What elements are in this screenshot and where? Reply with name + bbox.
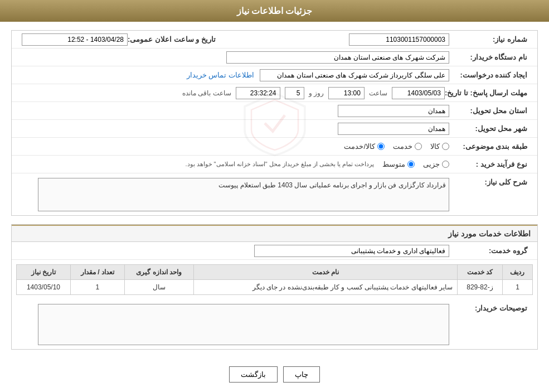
mohlat-date-input[interactable] <box>392 87 445 99</box>
tosif-value <box>16 304 449 347</box>
cell-nam: سایر فعالیتهای خدمات پشتیبانی کسب و کار … <box>193 280 457 295</box>
sharh-value: قرارداد کارگزاری فن بازار و اجرای برنامه… <box>16 178 449 213</box>
khadamat-section: اطلاعات خدمات مورد نیاز گروه خدمت: ردیف … <box>11 224 538 350</box>
remaining-label: ساعت باقی مانده <box>182 89 231 97</box>
radio-jozei-item: جزیی <box>423 160 449 168</box>
farayand-label: نوع فرآیند خرید : <box>449 160 533 168</box>
sharh-row: شرح کلی نیاز: قرارداد کارگزاری فن بازار … <box>12 173 537 215</box>
col-radif: ردیف <box>502 265 532 280</box>
dastgah-input[interactable] <box>226 51 449 64</box>
eijad-row: ایجاد کننده درخواست: اطلاعات تماس خریدار <box>12 66 537 84</box>
tarikh-input[interactable] <box>22 33 128 46</box>
tabaghe-row: طبقه بندی موضوعی: کالا خدمت <box>12 138 537 156</box>
radio-kala[interactable] <box>442 143 449 150</box>
tabaghe-value: کالا خدمت کالا/خدمت <box>16 142 449 151</box>
khadamat-header: اطلاعات خدمات مورد نیاز <box>12 225 537 242</box>
tosif-label: توصیحات خریدار: <box>449 304 533 312</box>
cell-kod: ز-82-829 <box>457 280 502 295</box>
cell-tedad: 1 <box>70 280 124 295</box>
farayand-row: نوع فرآیند خرید : جزیی متوسط پرداخت تمام… <box>12 156 537 173</box>
action-buttons-container: چاپ بازگشت <box>11 358 538 391</box>
eijad-input[interactable] <box>260 69 449 81</box>
cell-vahed: سال <box>124 280 193 295</box>
radio-kala-label: کالا <box>430 142 440 151</box>
mohlat-countdown-input[interactable] <box>236 87 280 99</box>
goroh-value <box>16 245 449 257</box>
saat-label: ساعت <box>369 89 387 97</box>
farayand-value: جزیی متوسط پرداخت تمام یا بخشی از مبلغ خ… <box>16 160 449 168</box>
ostan-row: استان محل تحویل: <box>12 102 537 120</box>
page-title: جزئیات اطلاعات نیاز <box>11 6 538 16</box>
eijad-label: ایجاد کننده درخواست: <box>449 71 533 79</box>
shahr-row: شهر محل تحویل: <box>12 120 537 138</box>
shomare-niaz-label: شماره نیاز: <box>449 35 533 43</box>
radio-khedmat-item: خدمت <box>393 142 422 151</box>
goroh-input[interactable] <box>254 245 449 257</box>
radio-motavaset-item: متوسط <box>382 160 415 168</box>
col-tedad: تعداد / مقدار <box>70 265 124 280</box>
cell-tarikh: 1403/05/10 <box>17 280 71 295</box>
shahr-input[interactable] <box>338 123 449 135</box>
roz-label: روز و <box>309 89 324 97</box>
farayand-note: پرداخت تمام یا بخشی از مبلغ خریداز محل "… <box>185 161 374 168</box>
radio-jozei[interactable] <box>442 161 449 168</box>
tabaghe-label: طبقه بندی موضوعی: <box>449 142 533 151</box>
print-button[interactable]: چاپ <box>283 366 320 383</box>
mohlat-saat-input[interactable] <box>328 87 365 99</box>
services-table-container: ردیف کد خدمت نام خدمت واحد اندازه گیری ت… <box>12 260 537 299</box>
dastgah-value <box>16 51 449 64</box>
sharh-textarea[interactable]: قرارداد کارگزاری فن بازار و اجرای برنامه… <box>38 178 449 211</box>
col-vahed: واحد اندازه گیری <box>124 265 193 280</box>
niaz-row: شماره نیاز: تاریخ و ساعت اعلان عمومی: <box>12 31 537 49</box>
dastgah-row: نام دستگاه خریدار: <box>12 49 537 66</box>
tamas-khardar-link[interactable]: اطلاعات تماس خریدار <box>187 71 254 79</box>
mohlat-value: ساعت روز و ساعت باقی مانده <box>16 87 445 99</box>
col-nam: نام خدمت <box>193 265 457 280</box>
tosif-textarea[interactable] <box>38 304 449 345</box>
mohlat-roz-input[interactable] <box>285 87 304 99</box>
radio-motavaset[interactable] <box>407 161 415 168</box>
radio-kala-khedmat-item: کالا/خدمت <box>344 142 385 151</box>
mohlat-row: مهلت ارسال پاسخ: تا تاریخ: ساعت روز و سا… <box>12 84 537 102</box>
goroh-row: گروه خدمت: <box>12 242 537 260</box>
main-info-section: شماره نیاز: تاریخ و ساعت اعلان عمومی: نا… <box>11 30 538 216</box>
col-tarikh: تاریخ نیاز <box>17 265 71 280</box>
radio-motavaset-label: متوسط <box>382 160 405 168</box>
tosif-row: توصیحات خریدار: <box>12 299 537 349</box>
ostan-label: استان محل تحویل: <box>449 107 533 115</box>
radio-jozei-label: جزیی <box>423 160 440 168</box>
col-kod: کد خدمت <box>457 265 502 280</box>
tarikh-value <box>16 33 128 46</box>
radio-kala-khedmat[interactable] <box>377 143 385 150</box>
sharh-label: شرح کلی نیاز: <box>449 178 533 186</box>
tarikh-label: تاریخ و ساعت اعلان عمومی: <box>128 35 221 43</box>
radio-khedmat[interactable] <box>415 143 422 150</box>
shahr-label: شهر محل تحویل: <box>449 124 533 133</box>
shahr-value <box>16 123 449 135</box>
back-button[interactable]: بازگشت <box>229 366 278 383</box>
radio-kala-item: کالا <box>430 142 449 151</box>
radio-khedmat-label: خدمت <box>393 142 412 151</box>
eijad-value: اطلاعات تماس خریدار <box>16 69 449 81</box>
cell-radif: 1 <box>502 280 532 295</box>
ostan-value <box>16 105 449 117</box>
services-table: ردیف کد خدمت نام خدمت واحد اندازه گیری ت… <box>16 264 533 295</box>
ostan-input[interactable] <box>338 105 449 117</box>
dastgah-label: نام دستگاه خریدار: <box>449 53 533 61</box>
shomare-niaz-value <box>221 33 449 46</box>
goroh-label: گروه خدمت: <box>449 246 533 255</box>
radio-kala-khedmat-label: کالا/خدمت <box>344 142 375 151</box>
table-row: 1 ز-82-829 سایر فعالیتهای خدمات پشتیبانی… <box>17 280 533 295</box>
mohlat-label: مهلت ارسال پاسخ: تا تاریخ: <box>445 89 533 97</box>
header-bar: جزئیات اطلاعات نیاز <box>0 0 549 22</box>
shomare-niaz-input[interactable] <box>349 33 449 46</box>
